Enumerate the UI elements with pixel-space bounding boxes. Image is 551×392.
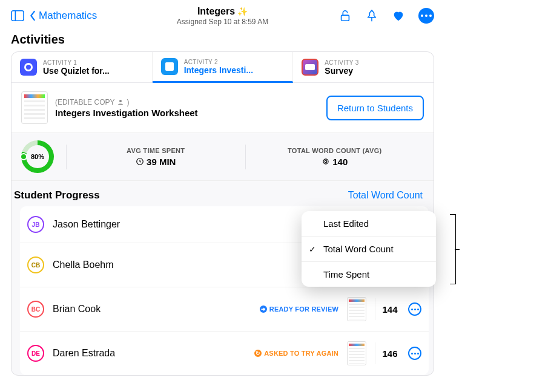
student-row[interactable]: DE Daren Estrada ↻ ASKED TO TRY AGAIN 14…	[20, 332, 429, 375]
tab-name: Use Quizlet for...	[43, 66, 110, 76]
svg-rect-2	[341, 15, 349, 21]
stats-row: 80% AVG TIME SPENT 39 MIN TOTAL WORD COU…	[12, 133, 434, 181]
svg-rect-0	[12, 11, 24, 21]
student-name: Brian Cook	[53, 304, 260, 315]
quizlet-icon	[20, 59, 37, 76]
files-icon	[161, 58, 178, 75]
student-row[interactable]: BC Brian Cook ➜ READY FOR REVIEW 144	[20, 287, 429, 332]
more-button[interactable]	[418, 8, 434, 24]
back-button[interactable]: Mathematics	[29, 10, 97, 22]
status-badge: ↻ ASKED TO TRY AGAIN	[254, 350, 338, 357]
page-title: Integers	[197, 6, 235, 17]
return-to-students-button[interactable]: Return to Students	[326, 96, 424, 120]
status-badge: ➜ READY FOR REVIEW	[260, 305, 338, 313]
worksheet-thumbnail[interactable]	[347, 341, 366, 365]
page-title-group: Integers ✨ Assigned Sep 10 at 8:59 AM	[177, 6, 268, 26]
progress-ring: 80%	[21, 140, 54, 173]
popover-item-total-word-count[interactable]: ✓ Total Word Count	[302, 237, 436, 262]
top-bar: Mathematics Integers ✨ Assigned Sep 10 a…	[0, 0, 445, 29]
worksheet-thumbnail[interactable]	[347, 297, 366, 321]
sidebar-toggle-icon[interactable]	[11, 9, 24, 22]
svg-point-6	[323, 159, 328, 164]
stat-count-label: TOTAL WORD COUNT (AVG)	[246, 147, 424, 154]
tab-name: Survey	[325, 66, 358, 76]
page-subtitle: Assigned Sep 10 at 8:59 AM	[177, 18, 268, 26]
pin-icon[interactable]	[365, 9, 378, 22]
avatar: JB	[27, 216, 44, 233]
sort-dropdown[interactable]: Total Word Count	[348, 190, 423, 201]
retry-icon: ↻	[254, 350, 262, 357]
person-icon	[117, 99, 124, 106]
callout-bracket	[445, 214, 460, 284]
arrow-right-icon: ➜	[260, 305, 267, 313]
tab-activity-1[interactable]: ACTIVITY 1 Use Quizlet for...	[12, 52, 153, 82]
popover-item-time-spent[interactable]: Time Spent	[302, 262, 436, 287]
student-progress-title: Student Progress	[14, 189, 100, 201]
badge-icon	[322, 157, 330, 166]
row-more-button[interactable]	[408, 347, 421, 360]
word-count: 144	[375, 304, 404, 315]
activity-detail-row: (EDITABLE COPY ) Integers Investigation …	[12, 83, 434, 133]
section-title: Activities	[0, 29, 445, 51]
sparkle-icon: ✨	[237, 7, 248, 16]
stat-time-label: AVG TIME SPENT	[67, 147, 245, 154]
heart-icon[interactable]	[392, 9, 405, 22]
tab-eyebrow: ACTIVITY 2	[184, 59, 253, 65]
tab-name: Integers Investi...	[184, 65, 253, 75]
stat-time-value: 39 MIN	[147, 157, 176, 167]
tab-activity-3[interactable]: ACTIVITY 3 Survey	[293, 52, 434, 82]
svg-point-4	[119, 100, 122, 102]
tab-eyebrow: ACTIVITY 3	[325, 59, 358, 66]
tab-activity-2[interactable]: ACTIVITY 2 Integers Investi...	[153, 52, 294, 83]
row-more-button[interactable]	[408, 302, 421, 316]
progress-dot-icon	[20, 153, 27, 160]
tab-eyebrow: ACTIVITY 1	[43, 59, 110, 66]
popover-item-last-edited[interactable]: Last Edited	[302, 211, 436, 237]
svg-point-7	[325, 160, 327, 163]
student-name: Chella Boehm	[53, 260, 324, 270]
back-label: Mathematics	[39, 10, 97, 22]
progress-percent: 80%	[26, 145, 49, 168]
avatar: DE	[27, 345, 44, 362]
avatar: BC	[27, 301, 44, 318]
worksheet-thumbnail[interactable]	[21, 91, 48, 124]
checkmark-icon: ✓	[309, 244, 316, 254]
sort-popover: Last Edited ✓ Total Word Count Time Spen…	[302, 211, 436, 287]
activity-tabs: ACTIVITY 1 Use Quizlet for... ACTIVITY 2…	[12, 52, 434, 83]
unlock-icon[interactable]	[338, 9, 352, 22]
activity-detail-title: Integers Investigation Worksheet	[55, 108, 326, 118]
clock-icon	[136, 157, 144, 166]
editable-copy-tag: (EDITABLE COPY )	[55, 98, 326, 106]
avatar: CB	[27, 256, 44, 273]
stat-count-value: 140	[332, 157, 348, 167]
survey-icon	[302, 59, 318, 76]
student-name: Daren Estrada	[53, 348, 254, 359]
word-count: 146	[375, 348, 404, 359]
